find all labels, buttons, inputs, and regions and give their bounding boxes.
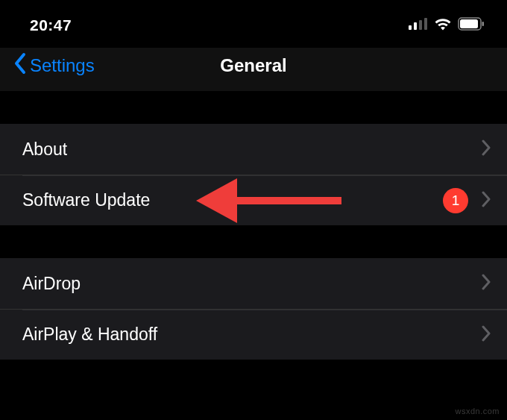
row-about[interactable]: About <box>0 124 507 175</box>
status-time: 20:47 <box>30 16 72 34</box>
cellular-icon <box>409 18 428 33</box>
list-group-1: About Software Update 1 <box>0 124 507 225</box>
status-bar: 20:47 <box>0 0 507 48</box>
section-gap <box>0 225 507 258</box>
chevron-right-icon <box>482 274 491 293</box>
section-gap <box>0 91 507 124</box>
back-label: Settings <box>30 55 95 76</box>
row-software-update[interactable]: Software Update 1 <box>0 175 507 225</box>
svg-rect-2 <box>419 20 422 30</box>
notification-badge: 1 <box>443 188 468 213</box>
svg-rect-3 <box>424 18 427 30</box>
svg-rect-0 <box>409 25 412 30</box>
svg-rect-5 <box>460 19 478 28</box>
row-airdrop[interactable]: AirDrop <box>0 258 507 309</box>
back-button[interactable]: Settings <box>13 52 95 79</box>
chevron-right-icon <box>482 191 491 210</box>
nav-bar: Settings General <box>0 48 507 91</box>
status-icons <box>409 17 485 34</box>
chevron-right-icon <box>482 140 491 159</box>
svg-rect-1 <box>414 22 417 30</box>
annotation-arrow-icon <box>196 178 341 223</box>
page-title: General <box>220 55 286 76</box>
battery-icon <box>458 17 485 34</box>
row-label: About <box>22 140 67 160</box>
watermark: wsxdn.com <box>455 407 500 416</box>
row-label: Software Update <box>22 190 150 210</box>
svg-rect-6 <box>482 22 485 26</box>
chevron-left-icon <box>13 52 27 79</box>
wifi-icon <box>434 17 452 34</box>
row-airplay-handoff[interactable]: AirPlay & Handoff <box>0 309 507 360</box>
row-label: AirDrop <box>22 274 81 294</box>
chevron-right-icon <box>482 325 491 345</box>
list-group-2: AirDrop AirPlay & Handoff <box>0 258 507 360</box>
row-label: AirPlay & Handoff <box>22 325 157 345</box>
